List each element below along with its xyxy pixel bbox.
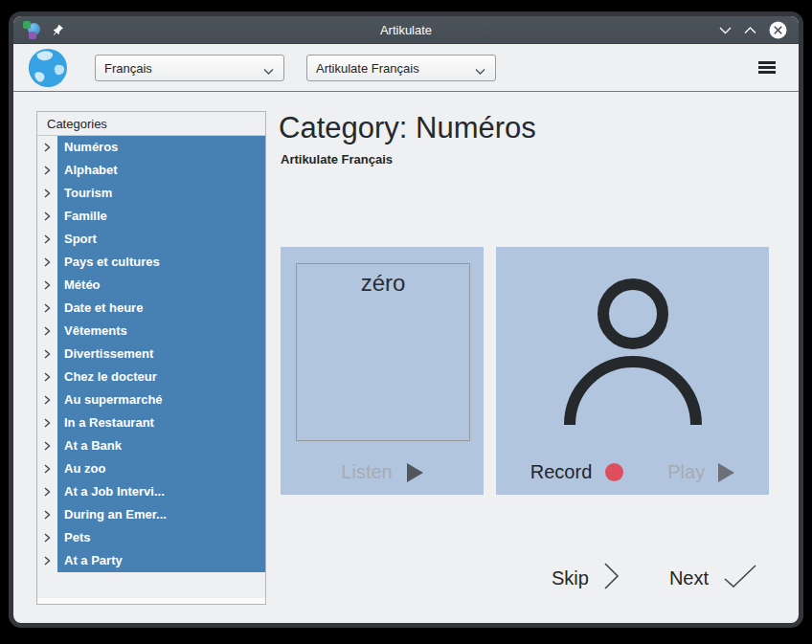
- person-icon: [561, 276, 705, 434]
- listen-label: Listen: [341, 461, 392, 483]
- record-label: Record: [530, 461, 592, 483]
- expander-icon[interactable]: [37, 503, 57, 526]
- sidebar-item-chez-le-docteur[interactable]: Chez le docteur: [37, 366, 265, 389]
- categories-header: Categories: [37, 112, 265, 136]
- expander-icon[interactable]: [37, 297, 57, 320]
- titlebar: Artikulate: [13, 16, 799, 44]
- language-selector[interactable]: Français: [95, 55, 284, 81]
- phrase-box: zéro: [296, 263, 470, 441]
- globe-icon: [28, 48, 68, 92]
- sidebar-item-label: Famille: [57, 205, 265, 228]
- sidebar-item-label: Météo: [57, 274, 265, 297]
- sidebar-item-pets[interactable]: Pets: [37, 526, 265, 549]
- listen-button[interactable]: Listen: [281, 461, 484, 483]
- expander-icon[interactable]: [37, 411, 57, 434]
- phrase-card: zéro Listen: [281, 247, 484, 495]
- expander-icon[interactable]: [37, 205, 57, 228]
- sidebar-item-tourism[interactable]: Tourism: [37, 182, 265, 205]
- close-button[interactable]: [769, 21, 787, 39]
- skip-label: Skip: [552, 567, 589, 589]
- sidebar-item-at-a-bank[interactable]: At a Bank: [37, 434, 265, 457]
- record-card: Record Play: [496, 247, 769, 495]
- expander-icon[interactable]: [37, 320, 57, 343]
- next-button[interactable]: Next: [669, 565, 756, 591]
- sidebar-item-label: Tourism: [57, 182, 265, 205]
- course-selector-value: Artikulate Français: [316, 61, 419, 76]
- expander-icon[interactable]: [37, 136, 57, 159]
- chevron-down-icon: [475, 64, 485, 78]
- sidebar-item-at-a-job-interview[interactable]: At a Job Intervi...: [37, 480, 265, 503]
- sidebar-item-in-a-restaurant[interactable]: In a Restaurant: [37, 411, 265, 434]
- sidebar-item-label: Divertissement: [57, 343, 265, 366]
- sidebar-item-famille[interactable]: Famille: [37, 205, 265, 228]
- minimize-button[interactable]: [719, 26, 732, 34]
- record-button[interactable]: Record: [530, 461, 623, 483]
- expander-icon[interactable]: [37, 251, 57, 274]
- sidebar-item-label: At a Job Intervi...: [57, 480, 265, 503]
- sidebar-item-alphabet[interactable]: Alphabet: [37, 159, 265, 182]
- expander-icon[interactable]: [37, 343, 57, 366]
- sidebar-item-label: Pays et cultures: [57, 251, 265, 274]
- sidebar-item-date-et-heure[interactable]: Date et heure: [37, 297, 265, 320]
- expander-icon[interactable]: [37, 549, 57, 572]
- chevron-down-icon: [263, 64, 274, 78]
- next-label: Next: [669, 567, 709, 589]
- chevron-right-icon: [604, 563, 620, 593]
- maximize-button[interactable]: [744, 26, 756, 34]
- phrase-text: zéro: [297, 270, 469, 297]
- expander-icon[interactable]: [37, 274, 57, 297]
- play-triangle-icon: [407, 463, 423, 482]
- expander-icon[interactable]: [37, 389, 57, 411]
- record-dot-icon: [605, 463, 623, 481]
- sidebar-item-label: Vêtements: [57, 320, 265, 343]
- sidebar-item-during-an-emergency[interactable]: During an Emer...: [37, 503, 265, 526]
- expander-icon[interactable]: [37, 159, 57, 182]
- menu-icon[interactable]: [758, 61, 776, 76]
- expander-icon[interactable]: [37, 526, 57, 549]
- page-title: Category: Numéros: [279, 111, 536, 145]
- sidebar-item-au-supermarche[interactable]: Au supermarché: [37, 389, 265, 411]
- sidebar-item-meteo[interactable]: Météo: [37, 274, 265, 297]
- sidebar-item-label: Chez le docteur: [57, 366, 265, 389]
- categories-panel: Categories Numéros Alphabet Tourism Fami…: [36, 111, 266, 605]
- expander-icon[interactable]: [37, 366, 57, 389]
- page-subtitle: Artikulate Français: [281, 152, 393, 167]
- sidebar-item-label: Numéros: [57, 136, 265, 159]
- sidebar-item-at-a-party[interactable]: At a Party: [37, 549, 265, 572]
- footer-nav: Skip Next: [552, 563, 756, 593]
- expander-icon[interactable]: [37, 228, 57, 251]
- sidebar-item-label: In a Restaurant: [57, 411, 265, 434]
- panel-empty-area: [37, 572, 265, 598]
- expander-icon[interactable]: [37, 434, 57, 457]
- sidebar-item-label: Alphabet: [57, 159, 265, 182]
- sidebar-item-numeros[interactable]: Numéros: [37, 136, 265, 159]
- sidebar-item-au-zoo[interactable]: Au zoo: [37, 457, 265, 480]
- sidebar-item-divertissement[interactable]: Divertissement: [37, 343, 265, 366]
- sidebar-item-label: At a Bank: [57, 434, 265, 457]
- app-window: Artikulate: [9, 11, 803, 628]
- expander-icon[interactable]: [37, 480, 57, 503]
- sidebar-item-label: At a Party: [57, 549, 265, 572]
- sidebar-item-pays-et-cultures[interactable]: Pays et cultures: [37, 251, 265, 274]
- sidebar-item-sport[interactable]: Sport: [37, 228, 265, 251]
- panel-bottom-strip: [37, 598, 265, 604]
- sidebar-item-label: Au zoo: [57, 457, 265, 480]
- play-button[interactable]: Play: [667, 461, 734, 483]
- window-title: Artikulate: [13, 16, 799, 44]
- language-selector-value: Français: [104, 61, 152, 76]
- play-label: Play: [667, 461, 705, 483]
- course-selector[interactable]: Artikulate Français: [306, 55, 496, 81]
- sidebar-item-label: Date et heure: [57, 297, 265, 320]
- toolbar: Français Artikulate Français: [13, 44, 799, 92]
- sidebar-item-vetements[interactable]: Vêtements: [37, 320, 265, 343]
- skip-button[interactable]: Skip: [552, 563, 620, 593]
- play-triangle-icon: [718, 463, 734, 482]
- checkmark-icon: [724, 565, 756, 591]
- sidebar-item-label: Pets: [57, 526, 265, 549]
- expander-icon[interactable]: [37, 457, 57, 480]
- sidebar-item-label: During an Emer...: [57, 503, 265, 526]
- sidebar-item-label: Sport: [57, 228, 265, 251]
- expander-icon[interactable]: [37, 182, 57, 205]
- sidebar-item-label: Au supermarché: [57, 389, 265, 411]
